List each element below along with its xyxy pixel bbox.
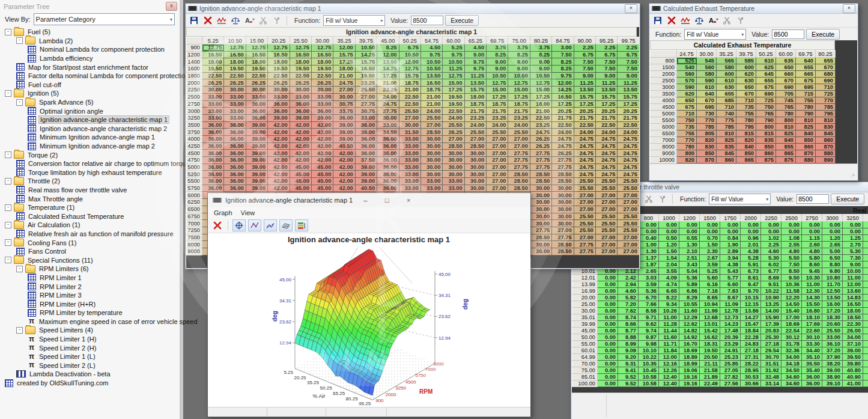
cell[interactable]: 39.80 [843, 361, 863, 367]
cell[interactable]: 0.00 [598, 361, 618, 367]
cell[interactable]: 725 [756, 97, 776, 104]
cell[interactable]: 28.50 [552, 241, 574, 248]
cell[interactable]: 1.15 [802, 235, 822, 242]
cell[interactable]: 36.00 [224, 121, 246, 129]
cell[interactable]: 26.25 [530, 142, 551, 150]
cell[interactable]: 27.00 [574, 206, 595, 213]
cell[interactable]: 12.50 [822, 288, 843, 295]
cell[interactable]: 685 [717, 97, 736, 104]
cell[interactable]: 4.50 [464, 44, 486, 52]
cell[interactable]: 14.50 [782, 301, 802, 308]
cell[interactable]: 36.00 [202, 178, 224, 185]
cell[interactable]: 610 [756, 58, 776, 64]
cell[interactable]: 11.60 [659, 334, 679, 341]
cell[interactable]: 640 [697, 91, 717, 97]
cell[interactable]: 860 [756, 150, 776, 157]
cell[interactable]: 25.50 [596, 220, 618, 227]
cell[interactable]: 39.00 [246, 171, 267, 178]
cell[interactable]: 0.00 [700, 228, 720, 235]
function-dropdown[interactable]: Fill w/ Value▾ [684, 29, 746, 40]
cell[interactable]: 36.00 [224, 142, 246, 150]
cell[interactable]: 34.50 [377, 129, 399, 136]
cell[interactable]: 18.99 [679, 361, 700, 367]
cell[interactable]: 26.25 [552, 150, 574, 157]
tree-item-maximum-engine-speed-in-case-of-error-ve[interactable]: πMaximum engine speed in case of error v… [0, 317, 180, 326]
cell[interactable]: 16.70 [679, 341, 700, 347]
cell[interactable]: 580 [717, 64, 736, 71]
cell[interactable] [863, 268, 868, 275]
cell[interactable]: 30.66 [741, 381, 761, 387]
cell[interactable]: 18.00 [268, 58, 290, 66]
cell[interactable]: 39.00 [355, 171, 377, 178]
cell[interactable]: 11.00 [802, 281, 822, 288]
cell[interactable]: 9.00 [574, 72, 595, 79]
cell[interactable]: 755 [677, 130, 697, 137]
cell[interactable]: 12.75 [487, 79, 508, 87]
cell[interactable]: 26.00 [843, 328, 863, 334]
cell[interactable]: 30.00 [311, 87, 333, 94]
cell[interactable]: 10.15 [741, 295, 761, 301]
cell[interactable]: 30.00 [377, 114, 399, 121]
cell[interactable]: 37.50 [355, 157, 377, 164]
cell[interactable]: 890 [816, 157, 836, 164]
cell[interactable]: 30.00 [530, 213, 551, 220]
cell[interactable]: 840 [776, 137, 796, 144]
cell[interactable]: 36.00 [268, 108, 290, 115]
cell[interactable]: 13.50 [377, 58, 399, 66]
cell[interactable]: 0.00 [700, 222, 720, 228]
cell[interactable]: 9.00 [530, 58, 551, 66]
cell[interactable]: 560 [697, 64, 717, 71]
cell[interactable] [863, 354, 868, 361]
cell[interactable]: 805 [697, 130, 717, 137]
cell[interactable]: 33.00 [377, 121, 399, 129]
cut-icon[interactable] [643, 194, 655, 204]
cell[interactable]: 25.50 [618, 227, 639, 234]
cell[interactable]: 39.00 [355, 164, 377, 171]
cell[interactable]: 850 [796, 137, 816, 144]
cell[interactable]: 0.00 [782, 222, 802, 228]
cell[interactable]: 860 [717, 157, 736, 164]
cell[interactable]: 42.00 [311, 157, 333, 164]
cell[interactable]: 33.00 [399, 157, 420, 164]
cell[interactable]: 0.50 [659, 235, 679, 242]
cell[interactable]: 27.00 [574, 234, 595, 241]
cell[interactable]: 33.00 [224, 100, 246, 108]
cell[interactable]: 12.75 [202, 44, 224, 52]
cell[interactable]: 26.25 [224, 79, 246, 87]
cell[interactable]: 13.50 [596, 87, 618, 94]
cell[interactable]: 12.75 [399, 66, 420, 73]
cell[interactable]: 850 [697, 150, 717, 157]
collapse-icon[interactable]: - [5, 151, 11, 158]
cell[interactable]: 9.00 [464, 51, 486, 58]
cell[interactable]: 21.75 [618, 114, 639, 121]
cell[interactable]: 19.50 [246, 66, 267, 73]
cell[interactable]: 19.50 [311, 66, 333, 73]
cell[interactable]: 16.50 [246, 51, 267, 58]
cell[interactable]: 19.16 [679, 374, 700, 381]
cell[interactable]: 3.03 [639, 275, 659, 281]
cell[interactable]: 27.75 [530, 227, 551, 234]
cell[interactable]: 18.00 [246, 58, 267, 66]
cell[interactable]: 36.00 [377, 157, 399, 164]
trace-icon[interactable] [216, 15, 228, 26]
cell[interactable]: 24.91 [720, 347, 741, 354]
cell[interactable]: 0.84 [720, 235, 741, 242]
cell[interactable]: 42.00 [311, 142, 333, 150]
cell[interactable]: 18.00 [333, 66, 355, 73]
tree-item-torque-limitation-by-high-exhaust-temper[interactable]: Torque limitation by high exhaust temper… [0, 168, 180, 177]
cell[interactable]: 18.50 [843, 314, 863, 321]
cell[interactable] [863, 248, 868, 255]
cell[interactable]: 6.75 [399, 44, 420, 52]
cell[interactable]: 14.30 [802, 295, 822, 301]
cell[interactable]: 6.75 [596, 51, 618, 58]
cell[interactable]: 39.00 [246, 157, 267, 164]
cell[interactable]: 33.00 [224, 93, 246, 100]
cell[interactable]: 0.00 [761, 228, 782, 235]
cell[interactable]: 30.00 [530, 220, 551, 227]
collapse-icon[interactable]: - [5, 222, 11, 228]
cell[interactable]: 31.78 [782, 341, 802, 347]
cell[interactable]: 8.66 [618, 321, 639, 328]
cell[interactable]: 22.50 [224, 72, 246, 79]
tree-item-torque-2[interactable]: -Torque (2) [0, 150, 180, 159]
cell[interactable]: 5.25 [700, 268, 720, 275]
